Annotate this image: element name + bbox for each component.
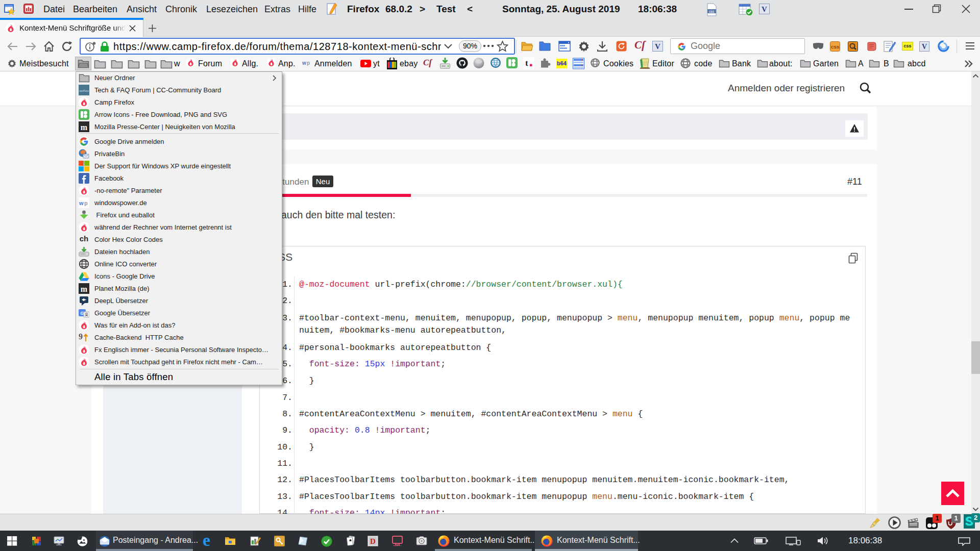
svg-text:G: G: [80, 311, 84, 316]
svg-text:CSS: CSS: [831, 45, 840, 49]
svg-text:p: p: [84, 200, 88, 206]
svg-text:V: V: [922, 43, 927, 51]
svg-text:V: V: [762, 5, 767, 13]
svg-text:m: m: [81, 123, 88, 132]
svg-text:p: p: [307, 60, 310, 66]
svg-text:css: css: [709, 10, 715, 13]
svg-text:m: m: [81, 285, 88, 293]
svg-text:w: w: [302, 60, 306, 66]
svg-text:V: V: [655, 42, 660, 51]
svg-text:t: t: [525, 58, 528, 68]
svg-text:D: D: [370, 537, 376, 545]
svg-text:xenForo: xenForo: [79, 89, 89, 92]
svg-text:w: w: [79, 200, 84, 206]
